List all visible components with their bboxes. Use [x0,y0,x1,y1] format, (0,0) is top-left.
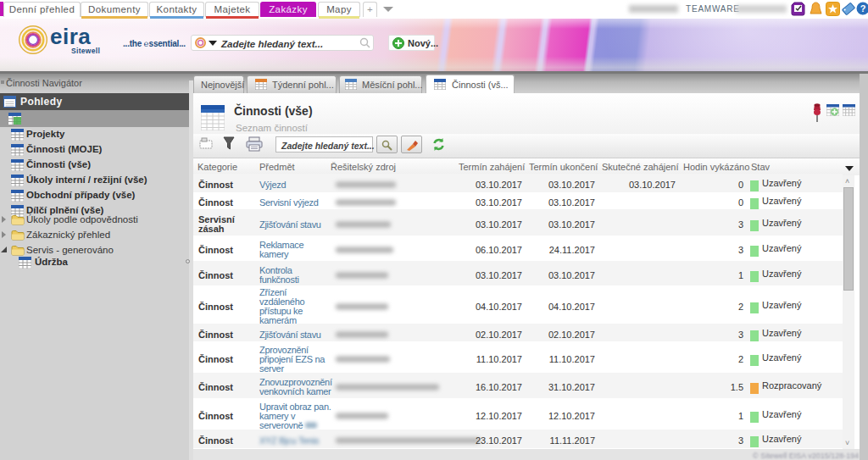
svg-text:?: ? [860,3,866,14]
